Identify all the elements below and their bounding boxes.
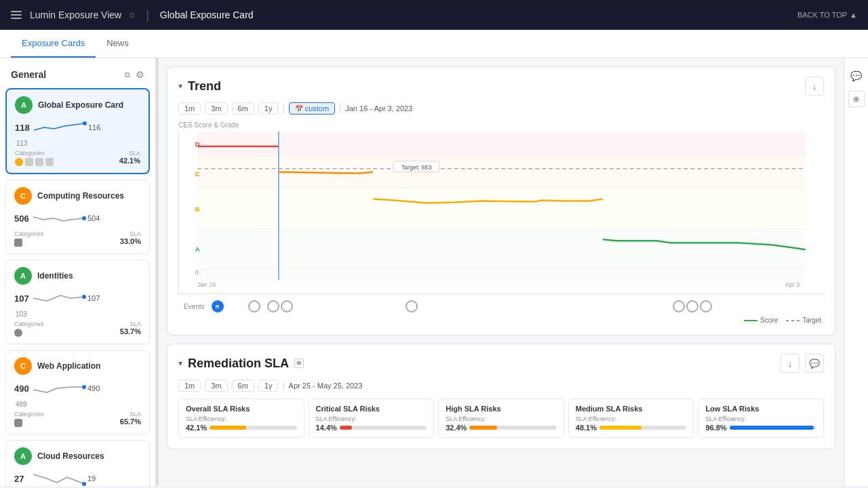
cat-icon-monitor (14, 239, 22, 247)
remediation-download-button[interactable]: ↓ (781, 354, 800, 373)
legend-target-line (786, 320, 800, 321)
event-dot-1[interactable] (248, 300, 260, 312)
svg-point-1 (82, 216, 86, 220)
card-score-right-cloud: 19 (87, 474, 96, 483)
tab-exposure-cards[interactable]: Exposure Cards (11, 30, 96, 58)
card-name-identities: Identities (37, 271, 73, 281)
event-dot-5[interactable] (673, 300, 685, 312)
back-to-top-button[interactable]: BACK TO TOP ▲ (797, 11, 857, 19)
chat-panel-icon[interactable]: 💬 (847, 66, 866, 85)
sla-val-web: 65.7% (120, 418, 141, 426)
sla-eff-row-medium: 48.1% (576, 424, 687, 432)
topbar: Lumin Exposure View ⧉ | Global Exposure … (0, 0, 868, 30)
card-footer-global: Categories SLA 42.1% (15, 150, 140, 166)
sla-time-btn-3m[interactable]: 3m (205, 380, 227, 392)
remediation-comment-button[interactable]: 💬 (805, 354, 824, 373)
time-btn-3m[interactable]: 3m (205, 102, 227, 115)
card-mini-chart-web (33, 379, 87, 398)
remediation-title-row: ▾ Remediation SLA ⧉ (178, 357, 304, 371)
sla-val-identities: 53.7% (120, 327, 141, 336)
svg-rect-7 (197, 188, 805, 229)
card-footer-identities: Categories SLA 53.7% (14, 321, 141, 337)
svg-point-0 (83, 121, 87, 125)
sla-card-medium: Medium SLA Risks SLA Efficiency: 48.1% (568, 399, 694, 438)
card-score-web: 490 (14, 384, 33, 394)
legend-score: Score (744, 317, 778, 324)
remediation-info-icon[interactable]: ⧉ (294, 359, 304, 368)
card-footer-web: Categories SLA 65.7% (14, 411, 141, 427)
sla-time-btn-1m[interactable]: 1m (178, 380, 201, 392)
legend-target: Target (786, 317, 821, 324)
event-dot-6[interactable] (686, 300, 698, 312)
trend-date-separator: | (339, 104, 341, 113)
card-header-cloud: A Cloud Resources (14, 447, 141, 465)
custom-label: custom (305, 104, 329, 113)
sla-bar-fill-critical (340, 426, 352, 430)
svg-rect-8 (197, 228, 805, 283)
sla-label-global: SLA (119, 150, 140, 157)
sla-bar-fill-overall (210, 426, 246, 430)
tab-news[interactable]: News (96, 30, 140, 58)
sidebar-item-identities[interactable]: A Identities 107 107 103 Categories (5, 260, 150, 344)
categories-label-computing: Categories (14, 230, 44, 237)
sidebar-item-computing[interactable]: C Computing Resources 506 504 Categories (5, 180, 150, 254)
event-dot-3[interactable] (281, 300, 293, 312)
time-btn-1m[interactable]: 1m (178, 102, 201, 115)
time-btn-custom[interactable]: 📅 custom (289, 102, 336, 115)
external-link-icon[interactable]: ⧉ (130, 11, 135, 20)
event-dot-7[interactable] (700, 300, 712, 312)
legend-score-label: Score (760, 317, 778, 324)
sla-eff-label-critical: SLA Efficiency: (316, 415, 427, 422)
svg-text:A: A (195, 245, 199, 253)
trend-title: Trend (188, 79, 221, 94)
sla-card-critical: Critical SLA Risks SLA Efficiency: 14.4% (309, 399, 435, 438)
sidebar-item-global[interactable]: A Global Exposure Card 118 116 113 Categ… (5, 88, 150, 174)
remediation-actions: ↓ 💬 (781, 354, 824, 373)
sidebar-copy-icon[interactable]: ⧉ (125, 70, 130, 79)
card-badge-identities: A (14, 267, 32, 285)
sla-card-low: Low SLA Risks SLA Efficiency: 96.8% (698, 399, 824, 438)
event-dot-filled[interactable]: R (212, 300, 224, 312)
trend-separator: | (282, 104, 284, 113)
chart-y-label: CES Score & Grade (178, 121, 824, 129)
card-header-computing: C Computing Resources (14, 187, 141, 205)
sla-controls: 1m 3m 6m 1y | Apr 25 - May 25, 2023 (167, 380, 835, 399)
card-mini-chart-global (34, 118, 88, 137)
trend-chevron-icon[interactable]: ▾ (178, 81, 182, 91)
sla-bar-track-low (730, 426, 816, 430)
sla-date-range: Apr 25 - May 25, 2023 (289, 382, 363, 390)
trend-download-button[interactable]: ↓ (805, 77, 824, 96)
remediation-section: ▾ Remediation SLA ⧉ ↓ 💬 1m 3m 6m 1y | Ap… (167, 344, 835, 449)
time-btn-6m[interactable]: 6m (232, 102, 254, 115)
event-dot-4[interactable] (406, 300, 418, 312)
card-header-identities: A Identities (14, 267, 141, 285)
sidebar-item-web[interactable]: C Web Application 490 490 489 Categories (5, 350, 150, 434)
time-btn-1y[interactable]: 1y (258, 102, 279, 115)
sla-val-global: 42.1% (119, 157, 140, 165)
card-score-bottom-web: 489 (16, 401, 141, 408)
card-score-right-global: 116 (88, 123, 100, 131)
card-name-web: Web Application (37, 361, 100, 371)
trend-actions: ↓ (805, 77, 824, 96)
svg-point-4 (82, 482, 86, 486)
sidebar-item-cloud[interactable]: A Cloud Resources 27 19 19 Categories SL… (5, 440, 150, 486)
sidebar-settings-icon[interactable]: ⚙ (136, 69, 144, 80)
sla-pct-medium: 48.1% (576, 424, 597, 432)
sla-time-btn-1y[interactable]: 1y (258, 380, 279, 392)
event-dot-2[interactable] (267, 300, 279, 312)
remediation-title: Remediation SLA (188, 357, 289, 371)
sla-pct-critical: 14.4% (316, 424, 337, 432)
sla-card-title-critical: Critical SLA Risks (316, 405, 427, 413)
svg-point-2 (82, 295, 86, 299)
card-score-computing: 506 (14, 214, 33, 224)
sla-bar-fill-high (469, 426, 497, 430)
sla-card-title-low: Low SLA Risks (705, 405, 816, 413)
right-panel-icon-2[interactable]: ⊕ (848, 91, 865, 107)
remediation-chevron-icon[interactable]: ▾ (178, 359, 182, 368)
card-score-bottom-global: 113 (16, 140, 140, 147)
sidebar: General ⧉ ⚙ A Global Exposure Card 118 1… (0, 58, 156, 486)
hamburger-icon[interactable] (11, 11, 22, 19)
sla-time-btn-6m[interactable]: 6m (232, 380, 254, 392)
cat-icon-globe (14, 419, 22, 427)
page-title: Global Exposure Card (160, 9, 254, 20)
